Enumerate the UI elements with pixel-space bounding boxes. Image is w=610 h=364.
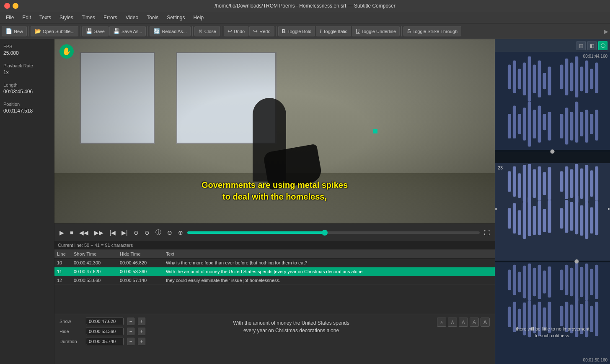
reloadas-button[interactable]: 🔄 Reload As... xyxy=(150,26,190,36)
length-value: 00:03:45.406 xyxy=(3,89,51,95)
stop-button[interactable]: ■ xyxy=(68,228,75,237)
svg-rect-23 xyxy=(560,114,563,138)
format-btn-a4[interactable]: A xyxy=(470,318,479,327)
play-button[interactable]: ▶ xyxy=(58,228,66,237)
toolbar: 📄 New 📂 Open Subtitle... 💾 Save 💾 Save A… xyxy=(0,23,610,39)
row-text: they could easily eliminate their issue … xyxy=(166,278,492,283)
format-btn-a1[interactable]: A xyxy=(437,318,446,327)
svg-rect-56 xyxy=(548,167,551,200)
svg-rect-81 xyxy=(523,266,526,298)
loop-button[interactable]: ⊖ xyxy=(132,228,140,237)
duration-increase-button[interactable]: + xyxy=(138,338,145,345)
duration-input[interactable] xyxy=(86,338,124,345)
show-increase-button[interactable]: + xyxy=(138,318,145,325)
save-button[interactable]: 💾 Save xyxy=(82,26,109,36)
col-show: Show Time xyxy=(74,251,120,256)
hide-increase-button[interactable]: + xyxy=(138,328,145,335)
svg-rect-31 xyxy=(580,112,583,136)
position-info: Position 00:01:47.518 xyxy=(3,101,51,114)
waveform-timestamp-top: 00:01:44.160 xyxy=(583,54,607,59)
step-forward-button[interactable]: ▶| xyxy=(120,228,129,237)
toolbar-separator xyxy=(28,26,29,36)
duration-decrease-button[interactable]: − xyxy=(127,338,134,345)
toolbar-overflow-icon[interactable]: ▶ xyxy=(604,28,608,35)
format-btn-a2[interactable]: A xyxy=(448,318,457,327)
underline-icon: U xyxy=(356,28,359,34)
length-label: Length xyxy=(3,82,18,87)
svg-rect-71 xyxy=(590,208,593,234)
svg-rect-41 xyxy=(508,208,511,229)
menu-texts[interactable]: Texts xyxy=(35,13,55,22)
svg-rect-52 xyxy=(538,167,541,201)
toolbar-separator-6 xyxy=(276,26,277,36)
edit-panel: Show − + Hide − + Duration − xyxy=(54,314,495,364)
table-row[interactable]: 10 00:00:42.300 00:00:46.820 Why is ther… xyxy=(54,259,495,267)
menu-video[interactable]: Video xyxy=(121,13,142,22)
svg-rect-43 xyxy=(513,203,516,234)
zoom-out-button[interactable]: ⊖ xyxy=(165,228,174,237)
menubar: File Edit Texts Styles Times Errors Vide… xyxy=(0,12,610,23)
info-button[interactable]: ⓘ xyxy=(154,228,163,237)
preview-line2: every year on Christmas decorations alon… xyxy=(155,327,427,334)
open-button[interactable]: 📂 Open Subtitle... xyxy=(31,26,78,36)
menu-times[interactable]: Times xyxy=(78,13,99,22)
menu-settings[interactable]: Settings xyxy=(163,13,189,22)
waveform-ctrl-3[interactable]: ⓘ xyxy=(598,41,607,50)
svg-rect-76 xyxy=(508,307,511,327)
menu-edit[interactable]: Edit xyxy=(18,13,35,22)
svg-point-111 xyxy=(551,149,555,154)
toggle-bold-button[interactable]: B Toggle Bold xyxy=(278,26,315,36)
format-btn-a5[interactable]: A xyxy=(481,318,490,327)
svg-point-112 xyxy=(574,259,579,264)
close-window-button[interactable] xyxy=(4,3,10,9)
saveas-button[interactable]: 💾 Save As... xyxy=(109,26,146,36)
rewind-button[interactable]: ◀◀ xyxy=(78,228,90,237)
minimize-window-button[interactable] xyxy=(13,3,18,9)
new-icon: 📄 xyxy=(5,28,12,34)
redo-button[interactable]: ↪ Redo xyxy=(249,26,274,36)
new-button[interactable]: 📄 New xyxy=(2,26,27,36)
menu-file[interactable]: File xyxy=(2,13,18,22)
table-row[interactable]: 12 00:00:53.660 00:00:57.140 they could … xyxy=(54,276,495,285)
step-back-button[interactable]: |◀ xyxy=(108,228,117,237)
show-decrease-button[interactable]: − xyxy=(127,318,134,325)
svg-rect-26 xyxy=(570,63,573,92)
svg-rect-65 xyxy=(575,195,578,234)
fast-forward-button[interactable]: ▶▶ xyxy=(93,228,105,237)
toggle-underline-button[interactable]: U Toggle Underline xyxy=(352,26,400,36)
speed-down-button[interactable]: ⊖ xyxy=(143,228,151,237)
menu-help[interactable]: Help xyxy=(189,13,208,22)
show-input[interactable] xyxy=(86,318,124,325)
toggle-italic-button[interactable]: I Toggle Italic xyxy=(316,26,351,36)
table-row[interactable]: 11 00:00:47.620 00:00:53.360 With the am… xyxy=(54,267,495,276)
fullscreen-button[interactable]: ⛶ xyxy=(482,228,491,237)
col-line: Line xyxy=(57,251,74,256)
hide-input[interactable] xyxy=(86,328,124,335)
menu-errors[interactable]: Errors xyxy=(99,13,121,22)
svg-rect-40 xyxy=(508,171,511,192)
toggle-strikethrough-button[interactable]: S Toggle Strike Through xyxy=(403,26,461,36)
subtitle-list: Line Show Time Hide Time Text 10 00:00:4… xyxy=(54,250,495,314)
saveas-icon: 💾 xyxy=(113,28,120,34)
zoom-in-button[interactable]: ⊕ xyxy=(176,228,185,237)
svg-rect-95 xyxy=(565,265,568,295)
hide-decrease-button[interactable]: − xyxy=(127,328,134,335)
progress-thumb[interactable] xyxy=(322,230,328,236)
video-frame: Governments are using metal spikes to de… xyxy=(54,39,495,223)
svg-rect-18 xyxy=(543,73,546,89)
menu-styles[interactable]: Styles xyxy=(55,13,78,22)
timeline-marker xyxy=(373,129,377,133)
close-button[interactable]: ✕ Close xyxy=(194,26,220,36)
format-btn-a3[interactable]: A xyxy=(459,318,468,327)
svg-rect-4 xyxy=(508,64,511,89)
menu-tools[interactable]: Tools xyxy=(142,13,163,22)
video-area: Governments are using metal spikes to de… xyxy=(54,39,495,223)
waveform-ctrl-2[interactable]: ◧ xyxy=(587,41,597,50)
svg-rect-37 xyxy=(595,110,598,141)
subtitle-line1: Governments are using metal spikes xyxy=(54,179,495,191)
undo-button[interactable]: ↩ Undo xyxy=(224,26,248,36)
waveform-ctrl-1[interactable]: ▤ xyxy=(576,41,586,50)
hand-icon[interactable]: ✋ xyxy=(59,44,74,59)
show-label: Show xyxy=(59,319,83,324)
progress-bar[interactable] xyxy=(187,231,480,234)
